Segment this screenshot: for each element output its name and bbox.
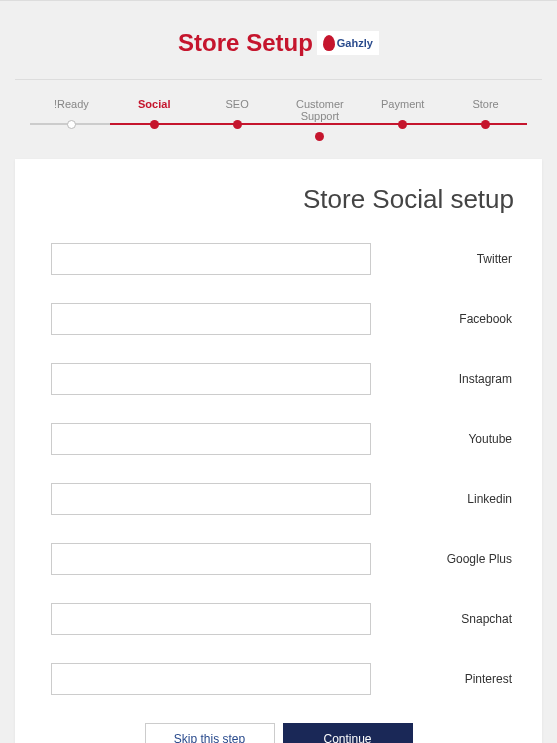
snapchat-input[interactable]	[51, 603, 371, 635]
logo-badge: Gahzly	[317, 31, 379, 55]
pin-icon	[323, 35, 335, 51]
step-dot-icon	[67, 120, 76, 129]
step-label: SEO	[196, 98, 279, 110]
step-dot-icon	[233, 120, 242, 129]
header-divider	[15, 79, 542, 80]
step-connector	[110, 123, 527, 125]
field-label: Google Plus	[371, 552, 524, 566]
step-dot-icon	[481, 120, 490, 129]
youtube-input[interactable]	[51, 423, 371, 455]
step-customer-support[interactable]: Customer Support	[278, 98, 361, 141]
continue-button[interactable]: Continue	[283, 723, 413, 743]
field-row-youtube: Youtube	[33, 423, 524, 455]
field-row-snapchat: Snapchat	[33, 603, 524, 635]
page-container: Store Setup Gahzly !Ready Social SEO Cus…	[0, 0, 557, 743]
form-title: Store Social setup	[33, 184, 524, 215]
facebook-input[interactable]	[51, 303, 371, 335]
logo-text: Gahzly	[337, 37, 373, 49]
header: Store Setup Gahzly	[10, 11, 547, 79]
form-card: Store Social setup Twitter Facebook Inst…	[15, 159, 542, 743]
header-title: Store Setup	[178, 29, 313, 57]
step-label: !Ready	[30, 98, 113, 110]
field-row-twitter: Twitter	[33, 243, 524, 275]
skip-button[interactable]: Skip this step	[145, 723, 275, 743]
field-label: Twitter	[371, 252, 524, 266]
step-label: Payment	[361, 98, 444, 110]
field-label: Youtube	[371, 432, 524, 446]
linkedin-input[interactable]	[51, 483, 371, 515]
twitter-input[interactable]	[51, 243, 371, 275]
field-row-instagram: Instagram	[33, 363, 524, 395]
field-label: Facebook	[371, 312, 524, 326]
field-row-linkedin: Linkedin	[33, 483, 524, 515]
field-label: Linkedin	[371, 492, 524, 506]
googleplus-input[interactable]	[51, 543, 371, 575]
field-label: Instagram	[371, 372, 524, 386]
step-dot-icon	[398, 120, 407, 129]
field-label: Pinterest	[371, 672, 524, 686]
stepper: !Ready Social SEO Customer Support Payme…	[30, 98, 527, 159]
step-label: Customer Support	[278, 98, 361, 122]
step-label: Social	[113, 98, 196, 110]
field-row-facebook: Facebook	[33, 303, 524, 335]
field-row-googleplus: Google Plus	[33, 543, 524, 575]
pinterest-input[interactable]	[51, 663, 371, 695]
step-dot-icon	[315, 132, 324, 141]
field-label: Snapchat	[371, 612, 524, 626]
step-label: Store	[444, 98, 527, 110]
button-row: Skip this step Continue	[33, 723, 524, 743]
step-dot-icon	[150, 120, 159, 129]
instagram-input[interactable]	[51, 363, 371, 395]
field-row-pinterest: Pinterest	[33, 663, 524, 695]
